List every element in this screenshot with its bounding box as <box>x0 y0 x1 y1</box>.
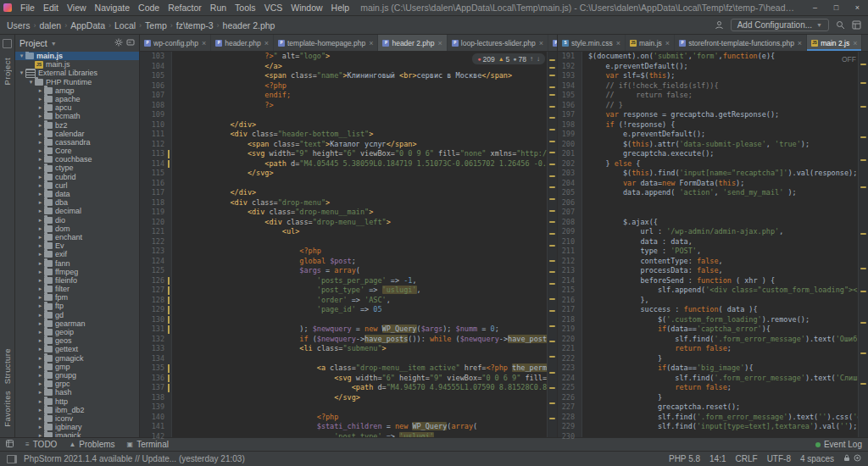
tree-item-enchant[interactable]: ▸enchant <box>15 233 139 241</box>
line-number[interactable]: 135 <box>140 363 171 374</box>
line-number[interactable]: 120 <box>140 218 171 228</box>
line-number[interactable]: 213 <box>558 266 581 276</box>
tree-item-fileinfo[interactable]: ▸fileinfo <box>15 276 139 285</box>
code-line[interactable]: <div class="header-bottom__list"> <box>178 130 547 140</box>
code-line[interactable]: $.ajax({ <box>588 218 858 228</box>
prev-issue-icon[interactable]: ↑ <box>530 55 533 63</box>
line-number[interactable]: 219 <box>558 325 581 335</box>
tree-item-dom[interactable]: ▸dom <box>15 225 139 233</box>
code-line[interactable] <box>588 198 858 208</box>
stripe-mark[interactable] <box>549 94 555 96</box>
line-number[interactable]: 142 <box>140 432 171 442</box>
tool-button-structure[interactable]: Structure <box>3 348 12 384</box>
code-line[interactable] <box>588 432 858 438</box>
project-view-label[interactable]: Project <box>19 38 47 48</box>
code-line[interactable]: url : '/wp-admin/admin-ajax.php', <box>588 227 858 237</box>
line-number[interactable]: 107 <box>140 91 171 101</box>
line-number[interactable]: 141 <box>140 422 171 432</box>
close-tab-icon[interactable]: × <box>202 39 206 47</box>
line-number[interactable]: 109 <box>140 110 171 120</box>
stripe-mark[interactable] <box>860 106 866 108</box>
stripe-mark[interactable] <box>549 221 555 223</box>
line-number[interactable]: 197 <box>558 110 581 120</box>
stripe-mark[interactable] <box>549 210 555 212</box>
tree-item-filter[interactable]: ▸filter <box>15 285 139 293</box>
line-number[interactable]: 225 <box>558 383 581 393</box>
code-line[interactable]: <li class="submenu"> <box>178 344 547 354</box>
stripe-mark[interactable] <box>549 402 555 404</box>
stripe-mark[interactable] <box>860 233 866 235</box>
line-number[interactable]: 227 <box>558 402 581 413</box>
status-grid-icon[interactable] <box>7 455 17 463</box>
toolwindow-todo[interactable]: ≡TODO <box>25 440 57 449</box>
line-number[interactable]: 192 <box>558 62 581 72</box>
code-line[interactable]: contentType: false, <box>588 257 858 267</box>
code-line[interactable]: $(this).find('input[name="recaptcha"]').… <box>588 169 858 179</box>
stripe-mark[interactable] <box>549 164 555 165</box>
next-issue-icon[interactable]: ↓ <box>537 55 540 63</box>
line-number[interactable]: 193 <box>558 71 581 81</box>
line-number[interactable]: 121 <box>140 227 171 237</box>
line-number[interactable]: 207 <box>558 208 581 218</box>
tree-item-ev[interactable]: ▸Ev <box>15 241 139 250</box>
stripe-mark[interactable] <box>549 59 555 61</box>
stripe-mark[interactable] <box>549 106 555 108</box>
tree-item-fpm[interactable]: ▸fpm <box>15 293 139 302</box>
code-line[interactable]: endif; <box>178 91 547 101</box>
line-number[interactable]: 112 <box>140 140 171 150</box>
inspection-info[interactable]: ●78 <box>513 55 526 64</box>
code-line[interactable]: <span class="text">Каталог услуг</span> <box>178 140 547 150</box>
menu-code[interactable]: Code <box>134 1 164 15</box>
minimize-button[interactable]: – <box>804 0 826 15</box>
code-line[interactable]: e.preventDefault(); <box>588 130 858 140</box>
code-line[interactable]: slf.find('input[type=text],textarea').va… <box>588 422 858 432</box>
line-number[interactable]: 108 <box>140 101 171 111</box>
code-line[interactable]: $(this).attr('data-submit-please', 'true… <box>588 140 858 150</box>
tree-item-gnupg[interactable]: ▸gnupg <box>15 371 139 380</box>
close-tab-icon[interactable]: × <box>798 39 802 47</box>
code-line[interactable]: global $post; <box>178 257 547 267</box>
tree-item-amqp[interactable]: ▸amqp <box>15 86 139 95</box>
stripe-mark[interactable] <box>549 198 555 200</box>
stripe-mark[interactable] <box>549 129 555 130</box>
line-number[interactable]: 125 <box>140 266 171 276</box>
tree-item-gettext[interactable]: ▸gettext <box>15 345 139 353</box>
code-line[interactable]: var data=new FormData(this); <box>588 179 858 189</box>
line-number[interactable]: 124 <box>140 257 171 267</box>
line-number[interactable]: 229 <box>558 422 581 432</box>
layout-settings-icon[interactable] <box>852 20 861 30</box>
code-line[interactable]: </svg> <box>178 169 547 179</box>
stripe-mark[interactable] <box>549 86 555 88</box>
close-tab-icon[interactable]: × <box>539 39 543 47</box>
code-line[interactable]: <?php <box>178 413 547 423</box>
breadcrumb-item-appdata[interactable]: AppData <box>70 20 105 31</box>
status-crlf[interactable]: CRLF <box>736 454 758 463</box>
code-line[interactable]: <div class="drop-menu__main"> <box>178 208 547 218</box>
menu-help[interactable]: Help <box>327 1 354 15</box>
tab-main-js[interactable]: JSmain.js× <box>626 35 675 51</box>
code-line[interactable]: <div class="drop-menu"> <box>178 198 547 208</box>
code-line[interactable]: 'post_type' => 'uslugi', <box>178 286 547 296</box>
menu-window[interactable]: Window <box>287 1 326 15</box>
code-line[interactable]: 'order' => 'ASC', <box>178 296 547 306</box>
line-number[interactable]: 195 <box>558 91 581 101</box>
stripe-mark[interactable] <box>549 152 555 153</box>
right-code[interactable]: $(document).on('submit','form',function(… <box>582 52 858 437</box>
line-number[interactable]: 106 <box>140 81 171 92</box>
line-number[interactable]: 220 <box>558 335 581 345</box>
tree-item-http[interactable]: ▸http <box>15 397 139 406</box>
code-line[interactable]: e.preventDefault(); <box>588 62 858 72</box>
code-line[interactable]: ?> <box>178 101 547 111</box>
tree-item-external-libraries[interactable]: ▾External Libraries <box>15 69 139 77</box>
event-log-button[interactable]: Event Log <box>815 440 862 449</box>
line-number[interactable]: 210 <box>558 237 581 247</box>
code-line[interactable]: data.append( 'action', 'send_my_mail' ); <box>588 188 858 198</box>
line-number[interactable]: 130 <box>140 315 171 325</box>
tree-item-ftp[interactable]: ▸ftp <box>15 302 139 310</box>
tree-item-iconv[interactable]: ▸iconv <box>15 414 139 423</box>
close-tab-icon[interactable]: × <box>853 39 857 47</box>
line-number[interactable]: 139 <box>140 402 171 413</box>
stripe-mark[interactable] <box>860 322 866 324</box>
stripe-mark[interactable] <box>549 372 555 374</box>
code-line[interactable]: $stati_children = new WP_Query(array( <box>178 422 547 432</box>
